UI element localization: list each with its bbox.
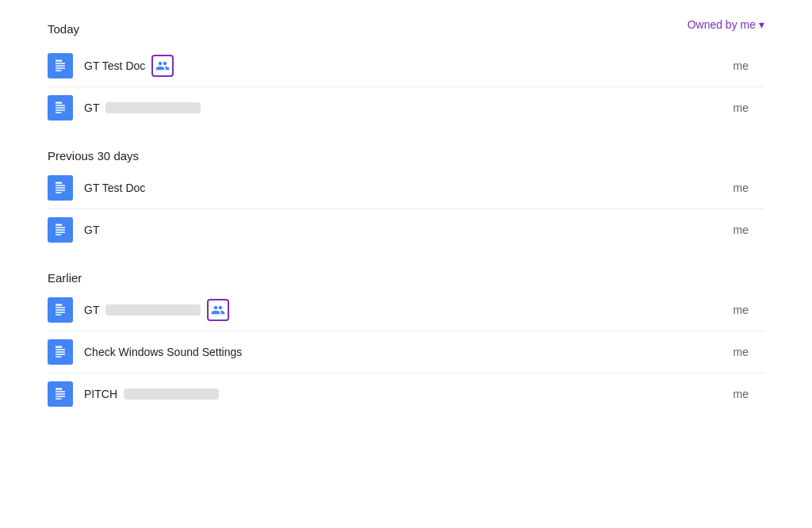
svg-rect-21	[56, 307, 65, 308]
section-earlier: Earlier GT me Check Windows Sound Settin…	[48, 257, 764, 415]
svg-rect-26	[56, 349, 65, 350]
svg-rect-16	[56, 227, 65, 228]
file-name: GT Test Doc	[84, 59, 145, 72]
svg-rect-20	[56, 304, 62, 306]
file-name: GT	[84, 224, 99, 236]
file-owner: me	[701, 304, 764, 316]
svg-rect-14	[56, 192, 62, 193]
svg-rect-13	[56, 189, 65, 191]
section-previous-30-days: Previous 30 days GT Test Docme GTme	[48, 135, 764, 251]
today-header-title: Today	[48, 8, 79, 40]
chevron-down-icon: ▾	[759, 18, 764, 31]
svg-rect-5	[56, 102, 62, 104]
svg-rect-22	[56, 309, 65, 311]
file-owner: me	[701, 59, 764, 72]
svg-rect-32	[56, 393, 65, 395]
svg-rect-9	[56, 112, 62, 113]
svg-rect-10	[56, 182, 62, 184]
shared-users-icon	[151, 55, 174, 77]
svg-rect-0	[56, 60, 62, 62]
svg-rect-1	[56, 63, 65, 64]
shared-users-icon	[207, 299, 229, 321]
svg-rect-4	[56, 70, 62, 71]
svg-rect-12	[56, 187, 65, 189]
svg-rect-6	[56, 105, 65, 106]
blurred-text	[105, 102, 201, 113]
file-owner: me	[701, 101, 764, 114]
svg-rect-30	[56, 388, 62, 390]
svg-rect-11	[56, 185, 65, 186]
file-name: GT Test Doc	[84, 182, 145, 194]
file-name-area: Check Windows Sound Settings	[84, 346, 701, 358]
file-row[interactable]: GT Test Doc me	[48, 45, 764, 87]
doc-icon	[48, 217, 73, 243]
svg-rect-23	[56, 312, 65, 313]
svg-rect-29	[56, 356, 62, 358]
doc-icon	[48, 297, 73, 323]
blurred-text	[105, 304, 201, 316]
file-row[interactable]: GTme	[48, 209, 764, 251]
svg-rect-33	[56, 396, 65, 397]
doc-icon	[48, 381, 73, 407]
file-name: GT	[84, 304, 99, 316]
svg-rect-34	[56, 398, 62, 400]
doc-icon	[48, 53, 73, 78]
file-row[interactable]: GTme	[48, 87, 764, 128]
file-row[interactable]: GT me	[48, 289, 764, 331]
svg-rect-2	[56, 65, 65, 67]
file-row[interactable]: PITCHme	[48, 373, 764, 415]
section-title-earlier: Earlier	[48, 257, 764, 289]
file-row[interactable]: GT Test Docme	[48, 167, 764, 209]
section-title-previous-30-days: Previous 30 days	[48, 135, 764, 167]
doc-icon	[48, 175, 73, 201]
file-owner: me	[701, 182, 764, 194]
file-name: GT	[84, 101, 99, 114]
svg-rect-17	[56, 229, 65, 231]
file-name: PITCH	[84, 388, 117, 400]
svg-rect-3	[56, 67, 65, 69]
svg-rect-24	[56, 314, 62, 316]
file-name-area: GT	[84, 299, 701, 321]
file-name: Check Windows Sound Settings	[84, 346, 242, 358]
file-name-area: PITCH	[84, 388, 701, 400]
svg-rect-28	[56, 354, 65, 355]
blurred-text	[124, 388, 219, 400]
svg-rect-25	[56, 346, 62, 348]
doc-icon	[48, 339, 73, 365]
file-name-area: GT	[84, 101, 701, 114]
owned-by-filter[interactable]: Owned by me ▾	[688, 18, 764, 31]
owned-by-label: Owned by me	[688, 18, 756, 31]
file-owner: me	[701, 388, 764, 400]
svg-rect-27	[56, 351, 65, 353]
file-row[interactable]: Check Windows Sound Settingsme	[48, 331, 764, 373]
file-name-area: GT Test Doc	[84, 182, 701, 194]
file-name-area: GT Test Doc	[84, 55, 701, 77]
svg-rect-7	[56, 107, 65, 109]
svg-rect-15	[56, 224, 62, 226]
section-today: GT Test Doc me GTme	[48, 45, 764, 128]
svg-rect-19	[56, 234, 62, 235]
file-name-area: GT	[84, 224, 701, 236]
svg-rect-8	[56, 109, 65, 111]
file-owner: me	[701, 224, 764, 236]
svg-rect-18	[56, 231, 65, 233]
svg-rect-31	[56, 391, 65, 392]
file-owner: me	[701, 346, 764, 358]
doc-icon	[48, 95, 73, 121]
